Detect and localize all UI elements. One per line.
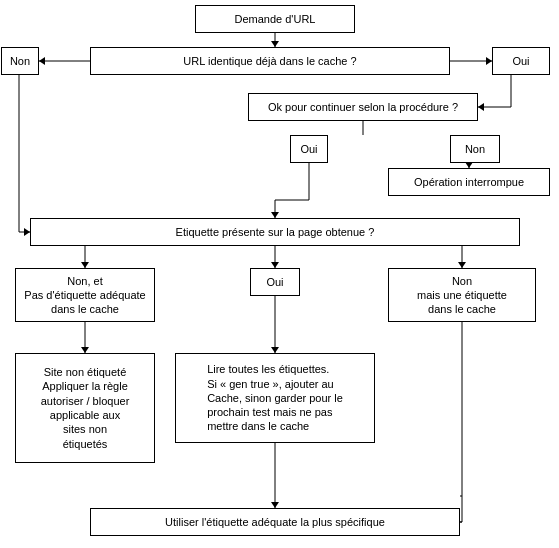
oui-label2: Oui — [300, 142, 317, 156]
box-oui-label3: Oui — [250, 268, 300, 296]
box-demande: Demande d'URL — [195, 5, 355, 33]
box-non-label1: Non — [1, 47, 39, 75]
non-label1: Non — [10, 54, 30, 68]
non-label2: Non — [465, 142, 485, 156]
box-url-cache: URL identique déjà dans le cache ? — [90, 47, 450, 75]
box-lire-etiquettes: Lire toutes les étiquettes. Si « gen tru… — [175, 353, 375, 443]
oui-label1: Oui — [512, 54, 529, 68]
box-operation: Opération interrompue — [388, 168, 550, 196]
operation-label: Opération interrompue — [414, 175, 524, 189]
flowchart-diagram: Demande d'URL URL identique déjà dans le… — [0, 0, 559, 548]
box-non-mais: Non mais une étiquette dans le cache — [388, 268, 536, 322]
ok-continuer-label: Ok pour continuer selon la procédure ? — [268, 100, 458, 114]
box-oui-label1: Oui — [492, 47, 550, 75]
site-non-label: Site non étiqueté Appliquer la règle aut… — [41, 365, 130, 451]
box-ok-continuer: Ok pour continuer selon la procédure ? — [248, 93, 478, 121]
box-oui-label2: Oui — [290, 135, 328, 163]
url-cache-label: URL identique déjà dans le cache ? — [183, 54, 356, 68]
non-mais-label: Non mais une étiquette dans le cache — [417, 274, 507, 317]
box-etiquette-present: Etiquette présente sur la page obtenue ? — [30, 218, 520, 246]
svg-marker-3 — [39, 57, 45, 65]
box-utiliser-etiquette: Utiliser l'étiquette adéquate la plus sp… — [90, 508, 460, 536]
box-site-non: Site non étiqueté Appliquer la règle aut… — [15, 353, 155, 463]
demande-label: Demande d'URL — [235, 12, 316, 26]
oui-label3: Oui — [266, 275, 283, 289]
svg-marker-11 — [478, 103, 484, 111]
etiquette-present-label: Etiquette présente sur la page obtenue ? — [176, 225, 375, 239]
box-non-et-pas: Non, et Pas d'étiquette adéquate dans le… — [15, 268, 155, 322]
lire-etiquettes-label: Lire toutes les étiquettes. Si « gen tru… — [207, 362, 343, 433]
non-et-pas-label: Non, et Pas d'étiquette adéquate dans le… — [24, 274, 145, 317]
utiliser-etiquette-label: Utiliser l'étiquette adéquate la plus sp… — [165, 515, 385, 529]
box-non-label2: Non — [450, 135, 500, 163]
